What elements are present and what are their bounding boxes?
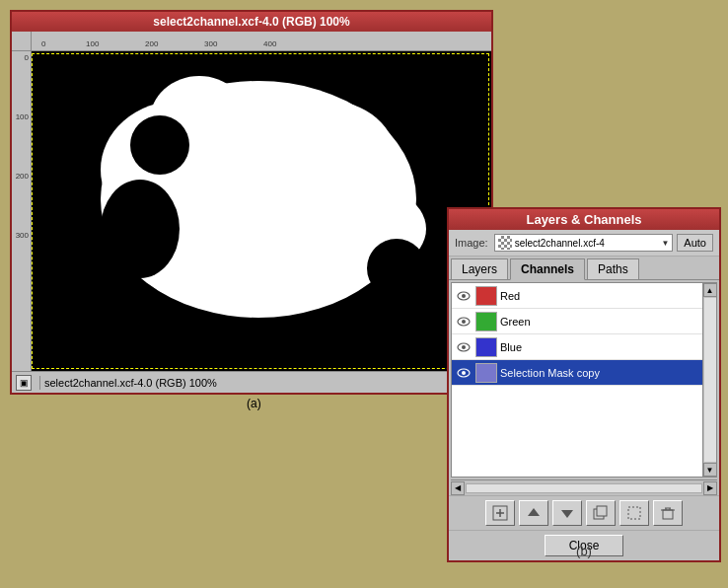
channel-row-red[interactable]: Red (452, 283, 702, 309)
svg-point-13 (462, 320, 466, 324)
canvas-area (32, 51, 491, 371)
scrollbar-up-btn[interactable]: ▲ (703, 283, 717, 297)
svg-marker-22 (561, 510, 573, 518)
layers-channels-window: Layers & Channels Image: select2channel.… (447, 207, 721, 562)
hscrollbar-track (466, 483, 702, 493)
lc-image-selector[interactable]: select2channel.xcf-4 ▼ (494, 234, 674, 252)
svg-rect-24 (597, 506, 607, 516)
channel-thumb-selection-mask (475, 363, 497, 383)
lc-image-label: Image: (455, 237, 488, 249)
lc-title: Layers & Channels (449, 209, 719, 230)
tab-channels[interactable]: Channels (510, 258, 585, 280)
image-window-title: select2channel.xcf-4.0 (RGB) 100% (12, 12, 491, 32)
duplicate-channel-button[interactable] (586, 500, 616, 526)
ruler-corner (12, 32, 32, 51)
move-channel-up-button[interactable] (519, 500, 548, 526)
lc-image-name: select2channel.xcf-4 (515, 238, 659, 249)
svg-point-15 (462, 345, 466, 349)
svg-point-7 (130, 115, 189, 175)
channel-row-green[interactable]: Green (452, 309, 702, 334)
lc-hscrollbar[interactable]: ◀ ▶ (451, 479, 717, 495)
channel-thumb-green (475, 312, 497, 331)
svg-point-9 (367, 239, 426, 298)
hscrollbar-left-btn[interactable]: ◀ (451, 481, 465, 495)
label-a: (a) (247, 397, 261, 410)
svg-point-17 (462, 371, 466, 375)
lc-tabs: Layers Channels Paths (449, 257, 719, 280)
channel-list: Red Green (452, 283, 702, 477)
image-status-bar: ▣ select2channel.xcf-4.0 (RGB) 100% (12, 371, 491, 393)
ruler-horizontal: 0 100 200 300 400 (32, 32, 491, 51)
lc-scrollbar[interactable]: ▲ ▼ (702, 283, 716, 477)
tab-paths[interactable]: Paths (587, 258, 639, 279)
status-separator (39, 376, 40, 390)
lc-auto-button[interactable]: Auto (677, 234, 713, 252)
new-channel-button[interactable] (485, 500, 515, 526)
delete-channel-button[interactable] (653, 500, 683, 526)
channel-to-selection-button[interactable] (619, 500, 649, 526)
channel-name-selection-mask: Selection Mask copy (500, 367, 699, 379)
label-b: (b) (576, 544, 592, 558)
move-channel-down-button[interactable] (552, 500, 582, 526)
tab-layers[interactable]: Layers (451, 258, 508, 279)
channel-thumb-red (475, 286, 497, 306)
channel-name-red: Red (500, 290, 699, 302)
ruler-vertical: 0 100 200 300 (12, 51, 32, 371)
lc-action-buttons (449, 495, 719, 530)
channel-name-blue: Blue (500, 341, 699, 353)
channel-thumb-blue (475, 337, 497, 357)
eye-icon-blue[interactable] (455, 338, 473, 356)
status-icon: ▣ (16, 375, 32, 391)
eye-icon-red[interactable] (455, 287, 473, 305)
svg-rect-26 (663, 510, 673, 519)
lc-dropdown-arrow: ▼ (661, 239, 669, 248)
channel-name-green: Green (500, 316, 699, 328)
hscrollbar-right-btn[interactable]: ▶ (703, 481, 717, 495)
checker-pattern (498, 236, 512, 250)
svg-point-8 (101, 180, 180, 278)
channel-row-selection-mask[interactable]: Selection Mask copy (452, 360, 702, 386)
svg-point-11 (462, 294, 466, 298)
svg-rect-25 (628, 507, 640, 519)
eye-icon-green[interactable] (455, 313, 473, 331)
eye-icon-selection-mask[interactable] (455, 364, 473, 382)
scrollbar-down-btn[interactable]: ▼ (703, 463, 717, 477)
status-text: select2channel.xcf-4.0 (RGB) 100% (44, 377, 217, 389)
svg-marker-21 (528, 508, 540, 516)
channel-row-blue[interactable]: Blue (452, 334, 702, 360)
lc-image-row: Image: select2channel.xcf-4 ▼ Auto (449, 230, 719, 257)
image-window: select2channel.xcf-4.0 (RGB) 100% 0 100 … (10, 10, 493, 395)
